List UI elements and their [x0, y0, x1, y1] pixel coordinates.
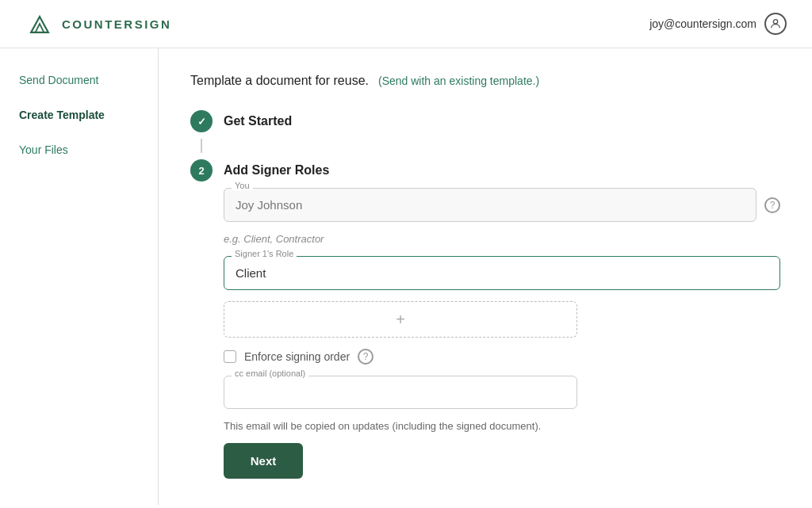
sidebar-item-create-template[interactable]: Create Template [19, 109, 139, 121]
hint-text: e.g. Client, Contractor [224, 233, 780, 245]
main-content: Template a document for reuse. (Send wit… [159, 48, 812, 505]
page-title: Template a document for reuse. [190, 74, 369, 88]
sidebar-item-send-document[interactable]: Send Document [19, 74, 139, 86]
logo: COUNTERSIGN [25, 10, 171, 38]
header-user-area: joy@countersign.com [649, 13, 787, 35]
add-signer-button[interactable]: + [224, 301, 577, 338]
signer-role-input-wrapper: Signer 1's Role [224, 256, 780, 290]
page-layout: Send Document Create Template Your Files… [0, 48, 812, 505]
steps-container: ✓ Get Started 2 Add Signer Roles You [190, 110, 780, 479]
enforce-order-help-icon[interactable]: ? [358, 349, 373, 365]
add-signer-icon: + [396, 311, 405, 329]
signer-role-input[interactable] [224, 256, 780, 290]
page-subtitle-link[interactable]: (Send with an existing template.) [378, 74, 539, 87]
form-area: You ? e.g. Client, Contractor Signer 1's… [224, 188, 780, 479]
step-1-badge: ✓ [190, 110, 213, 132]
user-avatar-icon[interactable] [764, 13, 787, 35]
user-email: joy@countersign.com [649, 17, 756, 30]
you-field-label: You [232, 181, 253, 190]
step-2-label: Add Signer Roles [224, 163, 329, 178]
cc-email-input[interactable] [224, 376, 577, 409]
step-2-header: 2 Add Signer Roles [190, 159, 780, 181]
next-button[interactable]: Next [224, 443, 303, 479]
you-input[interactable] [224, 188, 756, 222]
logo-icon [25, 10, 54, 38]
you-field-group: You ? [224, 188, 780, 222]
signer-role-field-group: Signer 1's Role [224, 256, 780, 290]
signer-role-label: Signer 1's Role [232, 249, 297, 258]
you-help-icon[interactable]: ? [764, 197, 780, 213]
enforce-order-row: Enforce signing order ? [224, 349, 780, 365]
you-input-wrapper: You [224, 188, 756, 222]
cc-email-wrapper: cc email (optional) [224, 376, 577, 409]
step-2-badge: 2 [190, 159, 213, 181]
page-title-row: Template a document for reuse. (Send wit… [190, 74, 780, 88]
enforce-order-checkbox[interactable] [224, 350, 236, 363]
step-1-header: ✓ Get Started [190, 110, 780, 132]
logo-text: COUNTERSIGN [62, 17, 171, 31]
sidebar: Send Document Create Template Your Files [0, 48, 159, 505]
cc-email-label: cc email (optional) [232, 369, 308, 378]
cc-info-text: This email will be copied on updates (in… [224, 420, 573, 432]
sidebar-item-your-files[interactable]: Your Files [19, 143, 139, 156]
step-connector-1 [201, 139, 202, 153]
enforce-order-label: Enforce signing order [244, 350, 350, 363]
app-header: COUNTERSIGN joy@countersign.com [0, 0, 812, 48]
step-1-label: Get Started [224, 114, 292, 128]
svg-point-0 [773, 20, 777, 24]
